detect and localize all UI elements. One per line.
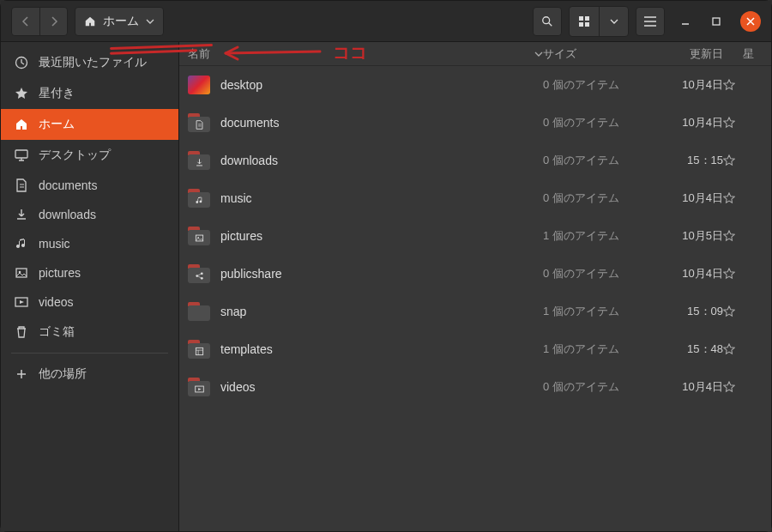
folder-icon [188, 378, 210, 396]
pathbar[interactable]: ホーム [75, 7, 164, 36]
clock-icon [15, 56, 28, 70]
download-icon [15, 208, 28, 221]
file-size: 0 個のアイテム [543, 115, 663, 130]
star-icon [15, 87, 28, 100]
sidebar-item-label: pictures [39, 266, 81, 280]
file-name-label: templates [220, 342, 273, 356]
file-list: desktop0 個のアイテム10月4日documents0 個のアイテム10月… [179, 66, 771, 531]
menu-button[interactable] [636, 7, 665, 36]
file-size: 1 個のアイテム [543, 228, 663, 244]
sidebar-item-label: documents [39, 178, 97, 192]
sidebar-item-trash[interactable]: ゴミ箱 [1, 317, 178, 348]
sidebar-item-picture[interactable]: pictures [1, 258, 178, 287]
file-row[interactable]: snap1 個のアイテム15：09 [179, 293, 771, 330]
sidebar-item-label: ゴミ箱 [39, 324, 75, 340]
star-outline-icon [723, 117, 735, 129]
sidebar-item-star[interactable]: 星付き [1, 78, 178, 109]
chevron-down-icon [146, 18, 154, 25]
minimize-icon [680, 16, 691, 27]
star-toggle[interactable] [723, 230, 754, 242]
star-toggle[interactable] [723, 154, 754, 166]
file-row[interactable]: downloads0 個のアイテム15：15 [179, 142, 771, 179]
svg-rect-8 [16, 269, 27, 277]
view-dropdown-button[interactable] [599, 7, 628, 36]
sidebar-item-label: デスクトップ [39, 148, 111, 163]
window-body: 最近開いたファイル星付きホームデスクトップdocumentsdownloadsm… [1, 42, 771, 531]
star-toggle[interactable] [723, 192, 754, 204]
sidebar-item-label: music [39, 237, 70, 251]
folder-icon [188, 340, 210, 359]
star-toggle[interactable] [723, 268, 754, 280]
sidebar-item-doc[interactable]: documents [1, 171, 178, 200]
column-name-label: 名前 [188, 46, 210, 62]
file-row[interactable]: desktop0 個のアイテム10月4日 [179, 66, 771, 104]
column-modified[interactable]: 更新日 [663, 46, 723, 62]
music-icon [15, 237, 28, 251]
star-toggle[interactable] [723, 305, 754, 317]
sidebar-item-music[interactable]: music [1, 229, 178, 258]
sidebar-item-label: ホーム [39, 117, 75, 132]
file-modified: 15：09 [663, 304, 723, 319]
file-modified: 10月5日 [663, 228, 723, 244]
file-row[interactable]: pictures1 個のアイテム10月5日 [179, 217, 771, 255]
sidebar-item-clock[interactable]: 最近開いたファイル [1, 47, 178, 78]
sidebar-item-plus[interactable]: 他の場所 [1, 359, 178, 390]
search-icon [541, 15, 553, 27]
file-size: 0 個のアイテム [543, 379, 663, 395]
desktop-icon [15, 148, 28, 162]
file-row[interactable]: publicshare0 個のアイテム10月4日 [179, 255, 771, 293]
file-row[interactable]: videos0 個のアイテム10月4日 [179, 368, 771, 406]
sidebar-item-download[interactable]: downloads [1, 200, 178, 229]
file-modified: 10月4日 [663, 115, 723, 130]
star-outline-icon [723, 343, 735, 355]
file-size: 0 個のアイテム [543, 153, 663, 168]
grid-view-button[interactable] [570, 7, 599, 36]
column-name[interactable]: 名前 [188, 46, 543, 62]
svg-rect-16 [196, 348, 202, 354]
folder-icon [188, 189, 210, 208]
chevron-down-icon [610, 18, 618, 25]
file-modified: 10月4日 [663, 379, 723, 395]
svg-point-0 [543, 16, 550, 23]
file-name-label: snap [220, 305, 246, 318]
sidebar-item-video[interactable]: videos [1, 287, 178, 317]
file-name-label: pictures [220, 229, 262, 243]
column-header: 名前 サイズ 更新日 星 [179, 42, 771, 66]
file-modified: 10月4日 [663, 266, 723, 281]
chevron-left-icon [21, 16, 30, 27]
folder-icon [188, 113, 210, 132]
sidebar-item-desktop[interactable]: デスクトップ [1, 140, 178, 171]
svg-rect-11 [196, 235, 202, 241]
minimize-button[interactable] [675, 11, 696, 32]
maximize-icon [711, 16, 721, 27]
video-icon [15, 295, 28, 309]
file-row[interactable]: music0 個のアイテム10月4日 [179, 179, 771, 217]
star-toggle[interactable] [723, 117, 754, 129]
sidebar-item-home[interactable]: ホーム [1, 109, 178, 140]
star-outline-icon [723, 268, 735, 280]
back-button[interactable] [12, 8, 39, 35]
column-size[interactable]: サイズ [543, 46, 663, 62]
sidebar: 最近開いたファイル星付きホームデスクトップdocumentsdownloadsm… [1, 42, 179, 531]
file-name-label: desktop [220, 78, 262, 92]
chevron-right-icon [50, 16, 58, 27]
star-toggle[interactable] [723, 79, 754, 91]
maximize-button[interactable] [706, 11, 727, 32]
file-row[interactable]: templates1 個のアイテム15：48 [179, 330, 771, 368]
svg-point-13 [196, 275, 198, 277]
column-star[interactable]: 星 [723, 46, 754, 62]
star-outline-icon [723, 305, 735, 317]
star-toggle[interactable] [723, 381, 754, 393]
file-name-label: music [220, 191, 252, 205]
star-toggle[interactable] [723, 343, 754, 355]
svg-rect-3 [579, 22, 583, 27]
sidebar-item-label: 他の場所 [39, 366, 87, 382]
close-button[interactable] [740, 11, 761, 32]
file-size: 0 個のアイテム [543, 190, 663, 206]
file-row[interactable]: documents0 個のアイテム10月4日 [179, 104, 771, 142]
folder-icon [188, 264, 210, 283]
search-button[interactable] [533, 7, 562, 36]
file-name-label: downloads [220, 154, 278, 167]
folder-icon [188, 151, 210, 170]
forward-button[interactable] [39, 8, 67, 35]
